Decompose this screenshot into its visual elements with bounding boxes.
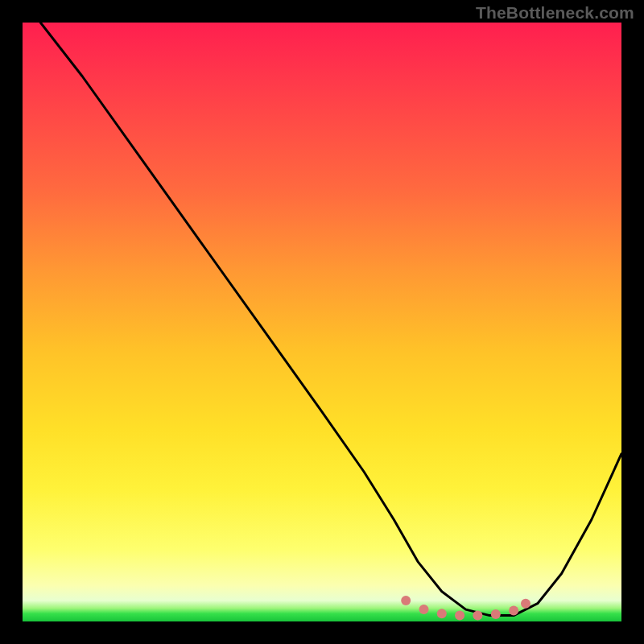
curve-marker [491, 609, 501, 619]
curve-marker [509, 606, 518, 616]
curve-marker [401, 596, 411, 605]
chart-svg [23, 23, 621, 621]
curve-marker [419, 605, 429, 614]
curve-marker [455, 611, 464, 621]
curve-marker [473, 611, 482, 621]
chart-frame: TheBottleneck.com [0, 0, 644, 644]
curve-marker [521, 599, 530, 609]
curve-marker [437, 609, 447, 618]
watermark-text: TheBottleneck.com [476, 3, 634, 23]
plot-area [23, 23, 621, 621]
bottleneck-curve [40, 23, 621, 616]
